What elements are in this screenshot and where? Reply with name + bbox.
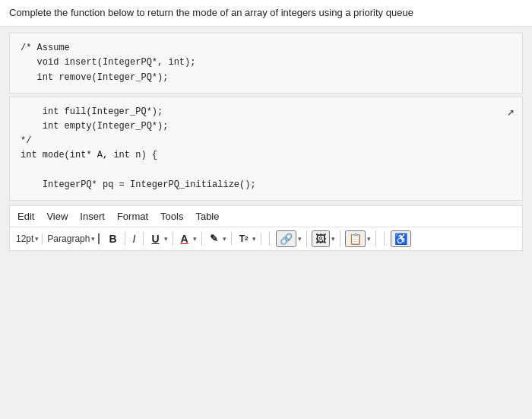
superscript-section: T2 ▾ bbox=[236, 233, 262, 245]
underline-section: U ▾ bbox=[148, 232, 173, 246]
menu-table[interactable]: Table bbox=[195, 209, 219, 224]
toolbar-container: Edit View Insert Format Tools Table 12pt… bbox=[9, 205, 523, 251]
instruction-bar: Complete the function below to return th… bbox=[0, 0, 532, 27]
image-button[interactable]: 🖼 bbox=[312, 230, 330, 247]
paragraph-selector[interactable]: Paragraph ▾ bbox=[47, 233, 100, 244]
comment-chevron[interactable]: ▾ bbox=[367, 235, 371, 243]
superscript-button[interactable]: T2 bbox=[236, 233, 252, 245]
bold-section: B bbox=[106, 232, 125, 246]
code-line-1: /* Assume bbox=[21, 41, 511, 56]
code-line-2: void insert(IntegerPQ*, int); bbox=[21, 56, 511, 70]
menu-view[interactable]: View bbox=[46, 209, 68, 224]
code-line-9: IntegerPQ* pq = IntegerPQ_initialize(); bbox=[21, 178, 511, 192]
menu-tools[interactable]: Tools bbox=[160, 209, 183, 224]
highlight-section: ✎ ▾ bbox=[207, 232, 232, 245]
formatting-bar: 12pt ▾ Paragraph ▾ B I U ▾ bbox=[10, 227, 522, 250]
menu-format[interactable]: Format bbox=[117, 209, 148, 224]
page-container: Complete the function below to return th… bbox=[0, 0, 532, 419]
paragraph-chevron: ▾ bbox=[91, 235, 95, 243]
menu-insert[interactable]: Insert bbox=[80, 209, 105, 224]
bottom-area bbox=[0, 254, 532, 419]
image-section: 🖼 ▾ bbox=[312, 230, 340, 247]
bold-button[interactable]: B bbox=[106, 232, 119, 246]
italic-button[interactable]: I bbox=[130, 232, 139, 246]
italic-section: I bbox=[130, 232, 144, 246]
comment-section: 📋 ▾ bbox=[345, 230, 376, 247]
code-line-3: int remove(Integer_PQ*); bbox=[21, 71, 511, 85]
code-line-7: int mode(int* A, int n) { bbox=[21, 148, 511, 163]
paragraph-value: Paragraph bbox=[47, 233, 90, 244]
code-block-1: /* Assume void insert(IntegerPQ*, int); … bbox=[9, 33, 523, 94]
code-block-2: ↗ int full(Integer_PQ*); int empty(Integ… bbox=[9, 97, 523, 201]
highlight-button[interactable]: ✎ bbox=[207, 232, 221, 245]
cursor-icon: ↗ bbox=[507, 103, 515, 123]
font-size-chevron: ▾ bbox=[35, 235, 39, 243]
underline-chevron[interactable]: ▾ bbox=[164, 235, 168, 243]
link-chevron[interactable]: ▾ bbox=[298, 235, 302, 243]
font-size-selector[interactable]: 12pt ▾ bbox=[16, 233, 43, 244]
superscript-chevron[interactable]: ▾ bbox=[252, 235, 256, 243]
link-button[interactable]: 🔗 bbox=[276, 230, 296, 247]
menu-edit[interactable]: Edit bbox=[17, 209, 34, 224]
image-chevron[interactable]: ▾ bbox=[331, 235, 335, 243]
font-color-chevron[interactable]: ▾ bbox=[193, 235, 197, 243]
code-line-8 bbox=[21, 163, 511, 178]
separator-2 bbox=[384, 232, 385, 246]
highlight-chevron[interactable]: ▾ bbox=[223, 235, 226, 243]
code-line-4: int full(Integer_PQ*); bbox=[21, 105, 511, 119]
font-color-button[interactable]: A bbox=[178, 232, 192, 246]
comment-button[interactable]: 📋 bbox=[345, 230, 366, 247]
instruction-text: Complete the function below to return th… bbox=[9, 7, 413, 18]
settings-button[interactable]: ♿ bbox=[391, 230, 411, 247]
separator-1 bbox=[269, 232, 270, 246]
underline-button[interactable]: U bbox=[148, 232, 162, 246]
font-size-value: 12pt bbox=[16, 233, 33, 244]
menu-bar: Edit View Insert Format Tools Table bbox=[10, 206, 522, 227]
code-line-5: int empty(Integer_PQ*); bbox=[21, 119, 511, 134]
link-section: 🔗 ▾ bbox=[276, 230, 307, 247]
code-line-6: */ bbox=[21, 134, 511, 148]
font-color-section: A ▾ bbox=[178, 232, 202, 246]
settings-section: ♿ bbox=[391, 230, 416, 247]
